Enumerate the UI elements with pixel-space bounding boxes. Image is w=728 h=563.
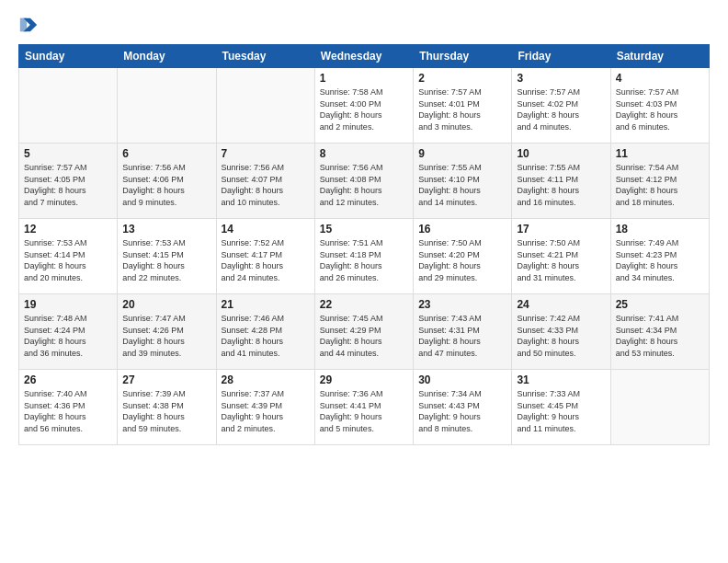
day-number-24: 24	[517, 298, 605, 311]
day-number-18: 18	[616, 223, 704, 236]
day-number-11: 11	[616, 147, 704, 160]
day-cell-25: 25Sunrise: 7:41 AM Sunset: 4:34 PM Dayli…	[610, 294, 709, 370]
day-cell-26: 26Sunrise: 7:40 AM Sunset: 4:36 PM Dayli…	[19, 370, 118, 445]
day-cell-1: 1Sunrise: 7:58 AM Sunset: 4:00 PM Daylig…	[314, 68, 413, 144]
day-cell-11: 11Sunrise: 7:54 AM Sunset: 4:12 PM Dayli…	[610, 144, 709, 219]
day-number-25: 25	[616, 298, 704, 311]
day-info-22: Sunrise: 7:45 AM Sunset: 4:29 PM Dayligh…	[320, 313, 408, 359]
day-info-17: Sunrise: 7:50 AM Sunset: 4:21 PM Dayligh…	[517, 237, 605, 283]
day-info-15: Sunrise: 7:51 AM Sunset: 4:18 PM Dayligh…	[320, 237, 408, 283]
day-info-16: Sunrise: 7:50 AM Sunset: 4:20 PM Dayligh…	[418, 237, 506, 283]
empty-cell	[19, 68, 118, 144]
day-cell-9: 9Sunrise: 7:55 AM Sunset: 4:10 PM Daylig…	[414, 144, 512, 219]
day-number-16: 16	[418, 223, 506, 236]
day-info-23: Sunrise: 7:43 AM Sunset: 4:31 PM Dayligh…	[418, 313, 506, 359]
day-number-22: 22	[320, 298, 408, 311]
day-cell-30: 30Sunrise: 7:34 AM Sunset: 4:43 PM Dayli…	[414, 370, 512, 445]
empty-cell	[610, 370, 709, 445]
day-cell-7: 7Sunrise: 7:56 AM Sunset: 4:07 PM Daylig…	[216, 144, 314, 219]
day-number-8: 8	[320, 147, 408, 160]
day-cell-21: 21Sunrise: 7:46 AM Sunset: 4:28 PM Dayli…	[216, 294, 314, 370]
day-info-11: Sunrise: 7:54 AM Sunset: 4:12 PM Dayligh…	[616, 162, 704, 208]
page: SundayMondayTuesdayWednesdayThursdayFrid…	[0, 0, 728, 563]
day-cell-28: 28Sunrise: 7:37 AM Sunset: 4:39 PM Dayli…	[216, 370, 314, 445]
empty-cell	[118, 68, 216, 144]
week-row-5: 26Sunrise: 7:40 AM Sunset: 4:36 PM Dayli…	[19, 370, 710, 445]
day-cell-23: 23Sunrise: 7:43 AM Sunset: 4:31 PM Dayli…	[414, 294, 512, 370]
svg-rect-1	[20, 18, 27, 32]
day-number-2: 2	[418, 72, 506, 85]
calendar-header-monday: Monday	[118, 45, 216, 68]
day-info-26: Sunrise: 7:40 AM Sunset: 4:36 PM Dayligh…	[24, 388, 112, 434]
logo	[18, 15, 42, 35]
day-number-21: 21	[222, 298, 310, 311]
day-cell-10: 10Sunrise: 7:55 AM Sunset: 4:11 PM Dayli…	[512, 144, 610, 219]
day-number-1: 1	[320, 72, 408, 85]
day-cell-22: 22Sunrise: 7:45 AM Sunset: 4:29 PM Dayli…	[314, 294, 413, 370]
day-info-2: Sunrise: 7:57 AM Sunset: 4:01 PM Dayligh…	[418, 86, 506, 132]
day-number-27: 27	[122, 373, 210, 386]
day-cell-29: 29Sunrise: 7:36 AM Sunset: 4:41 PM Dayli…	[314, 370, 413, 445]
day-number-14: 14	[222, 223, 310, 236]
day-info-6: Sunrise: 7:56 AM Sunset: 4:06 PM Dayligh…	[122, 162, 210, 208]
day-cell-3: 3Sunrise: 7:57 AM Sunset: 4:02 PM Daylig…	[512, 68, 610, 144]
calendar-header-friday: Friday	[512, 45, 610, 68]
day-number-23: 23	[418, 298, 506, 311]
day-info-19: Sunrise: 7:48 AM Sunset: 4:24 PM Dayligh…	[24, 313, 112, 359]
day-number-9: 9	[418, 147, 506, 160]
day-info-18: Sunrise: 7:49 AM Sunset: 4:23 PM Dayligh…	[616, 237, 704, 283]
week-row-4: 19Sunrise: 7:48 AM Sunset: 4:24 PM Dayli…	[19, 294, 710, 370]
calendar-header-row: SundayMondayTuesdayWednesdayThursdayFrid…	[19, 45, 710, 68]
day-number-3: 3	[517, 72, 605, 85]
day-cell-14: 14Sunrise: 7:52 AM Sunset: 4:17 PM Dayli…	[216, 219, 314, 294]
day-cell-19: 19Sunrise: 7:48 AM Sunset: 4:24 PM Dayli…	[19, 294, 118, 370]
calendar-header-thursday: Thursday	[414, 45, 512, 68]
day-number-17: 17	[517, 223, 605, 236]
calendar-header-tuesday: Tuesday	[216, 45, 314, 68]
day-cell-17: 17Sunrise: 7:50 AM Sunset: 4:21 PM Dayli…	[512, 219, 610, 294]
day-info-30: Sunrise: 7:34 AM Sunset: 4:43 PM Dayligh…	[418, 388, 506, 434]
day-cell-20: 20Sunrise: 7:47 AM Sunset: 4:26 PM Dayli…	[118, 294, 216, 370]
day-number-12: 12	[24, 223, 112, 236]
day-info-25: Sunrise: 7:41 AM Sunset: 4:34 PM Dayligh…	[616, 313, 704, 359]
day-info-5: Sunrise: 7:57 AM Sunset: 4:05 PM Dayligh…	[24, 162, 112, 208]
day-info-10: Sunrise: 7:55 AM Sunset: 4:11 PM Dayligh…	[517, 162, 605, 208]
day-info-31: Sunrise: 7:33 AM Sunset: 4:45 PM Dayligh…	[517, 388, 605, 434]
day-number-28: 28	[222, 373, 310, 386]
day-number-29: 29	[320, 373, 408, 386]
day-info-24: Sunrise: 7:42 AM Sunset: 4:33 PM Dayligh…	[517, 313, 605, 359]
day-number-10: 10	[517, 147, 605, 160]
day-info-27: Sunrise: 7:39 AM Sunset: 4:38 PM Dayligh…	[122, 388, 210, 434]
calendar-header-saturday: Saturday	[610, 45, 709, 68]
day-info-12: Sunrise: 7:53 AM Sunset: 4:14 PM Dayligh…	[24, 237, 112, 283]
day-number-30: 30	[418, 373, 506, 386]
calendar-header-wednesday: Wednesday	[314, 45, 413, 68]
day-number-15: 15	[320, 223, 408, 236]
day-info-14: Sunrise: 7:52 AM Sunset: 4:17 PM Dayligh…	[222, 237, 310, 283]
day-cell-31: 31Sunrise: 7:33 AM Sunset: 4:45 PM Dayli…	[512, 370, 610, 445]
day-info-3: Sunrise: 7:57 AM Sunset: 4:02 PM Dayligh…	[517, 86, 605, 132]
day-info-20: Sunrise: 7:47 AM Sunset: 4:26 PM Dayligh…	[122, 313, 210, 359]
day-info-29: Sunrise: 7:36 AM Sunset: 4:41 PM Dayligh…	[320, 388, 408, 434]
day-info-8: Sunrise: 7:56 AM Sunset: 4:08 PM Dayligh…	[320, 162, 408, 208]
week-row-2: 5Sunrise: 7:57 AM Sunset: 4:05 PM Daylig…	[19, 144, 710, 219]
day-info-1: Sunrise: 7:58 AM Sunset: 4:00 PM Dayligh…	[320, 86, 408, 132]
day-cell-18: 18Sunrise: 7:49 AM Sunset: 4:23 PM Dayli…	[610, 219, 709, 294]
day-number-31: 31	[517, 373, 605, 386]
calendar-table: SundayMondayTuesdayWednesdayThursdayFrid…	[18, 44, 710, 445]
day-number-6: 6	[122, 147, 210, 160]
day-cell-2: 2Sunrise: 7:57 AM Sunset: 4:01 PM Daylig…	[414, 68, 512, 144]
day-number-5: 5	[24, 147, 112, 160]
week-row-1: 1Sunrise: 7:58 AM Sunset: 4:00 PM Daylig…	[19, 68, 710, 144]
day-cell-8: 8Sunrise: 7:56 AM Sunset: 4:08 PM Daylig…	[314, 144, 413, 219]
day-cell-24: 24Sunrise: 7:42 AM Sunset: 4:33 PM Dayli…	[512, 294, 610, 370]
empty-cell	[216, 68, 314, 144]
day-info-9: Sunrise: 7:55 AM Sunset: 4:10 PM Dayligh…	[418, 162, 506, 208]
day-cell-12: 12Sunrise: 7:53 AM Sunset: 4:14 PM Dayli…	[19, 219, 118, 294]
day-cell-6: 6Sunrise: 7:56 AM Sunset: 4:06 PM Daylig…	[118, 144, 216, 219]
day-number-26: 26	[24, 373, 112, 386]
week-row-3: 12Sunrise: 7:53 AM Sunset: 4:14 PM Dayli…	[19, 219, 710, 294]
day-info-28: Sunrise: 7:37 AM Sunset: 4:39 PM Dayligh…	[222, 388, 310, 434]
day-cell-4: 4Sunrise: 7:57 AM Sunset: 4:03 PM Daylig…	[610, 68, 709, 144]
day-info-7: Sunrise: 7:56 AM Sunset: 4:07 PM Dayligh…	[222, 162, 310, 208]
